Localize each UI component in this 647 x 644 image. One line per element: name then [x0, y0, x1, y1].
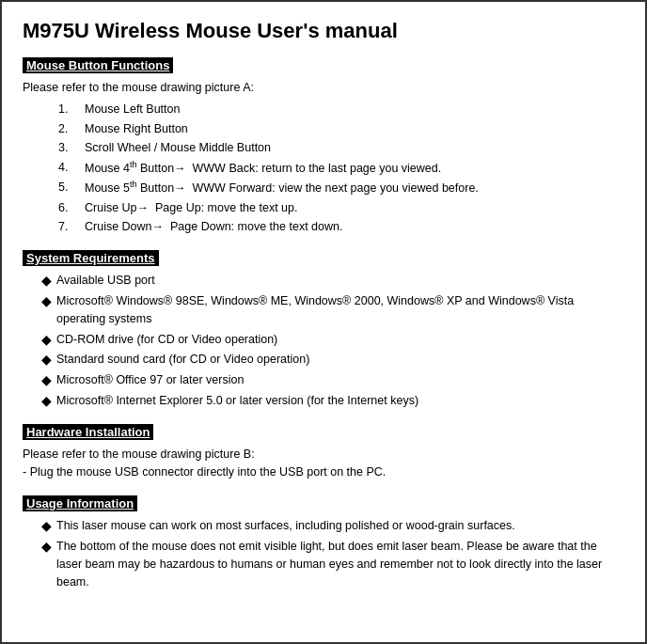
list-item: 4. Mouse 4th Button→ WWW Back: return to…: [58, 159, 624, 179]
hardware-line1: Please refer to the mouse drawing pictur…: [23, 446, 624, 463]
list-item: 5. Mouse 5th Button→ WWW Forward: view t…: [58, 179, 624, 198]
section-usage-information: Usage Information ◆ This laser mouse can…: [23, 495, 624, 590]
list-item: ◆ Available USB port: [41, 272, 624, 290]
list-item: ◆ CD-ROM drive (for CD or Video operatio…: [41, 331, 624, 349]
mouse-buttons-list: 1. Mouse Left Button 2. Mouse Right Butt…: [58, 101, 624, 236]
heading-usage-information: Usage Information: [23, 495, 137, 511]
list-item: 7. Cruise Down→ Page Down: move the text…: [58, 218, 624, 236]
list-item: 1. Mouse Left Button: [58, 101, 624, 118]
list-item: ◆ Microsoft® Office 97 or later version: [41, 371, 624, 389]
heading-hardware-installation: Hardware Installation: [23, 424, 153, 440]
heading-mouse-buttons: Mouse Button Functions: [23, 57, 173, 73]
list-item: 6. Cruise Up→ Page Up: move the text up.: [58, 199, 624, 217]
section-hardware-installation: Hardware Installation Please refer to th…: [23, 423, 624, 482]
list-item: ◆ Standard sound card (for CD or Video o…: [41, 351, 624, 369]
list-item: ◆ This laser mouse can work on most surf…: [41, 517, 624, 535]
list-item: ◆ Microsoft® Internet Explorer 5.0 or la…: [41, 392, 624, 410]
system-requirements-list: ◆ Available USB port ◆ Microsoft® Window…: [41, 272, 624, 409]
page-container: M975U Wireless Mouse User's manual Mouse…: [0, 0, 647, 644]
list-item: ◆ The bottom of the mouse does not emit …: [41, 538, 624, 590]
list-item: 3. Scroll Wheel / Mouse Middle Button: [58, 139, 624, 157]
page-title: M975U Wireless Mouse User's manual: [23, 19, 624, 43]
list-item: 2. Mouse Right Button: [58, 120, 624, 138]
heading-system-requirements: System Requirements: [23, 250, 159, 266]
hardware-line2: - Plug the mouse USB connector directly …: [23, 463, 624, 481]
list-item: ◆ Microsoft® Windows® 98SE, Windows® ME,…: [41, 292, 624, 328]
section-mouse-buttons: Mouse Button Functions Please refer to t…: [23, 56, 624, 236]
mouse-buttons-intro: Please refer to the mouse drawing pictur…: [23, 79, 624, 97]
usage-information-list: ◆ This laser mouse can work on most surf…: [41, 517, 624, 590]
section-system-requirements: System Requirements ◆ Available USB port…: [23, 249, 624, 409]
